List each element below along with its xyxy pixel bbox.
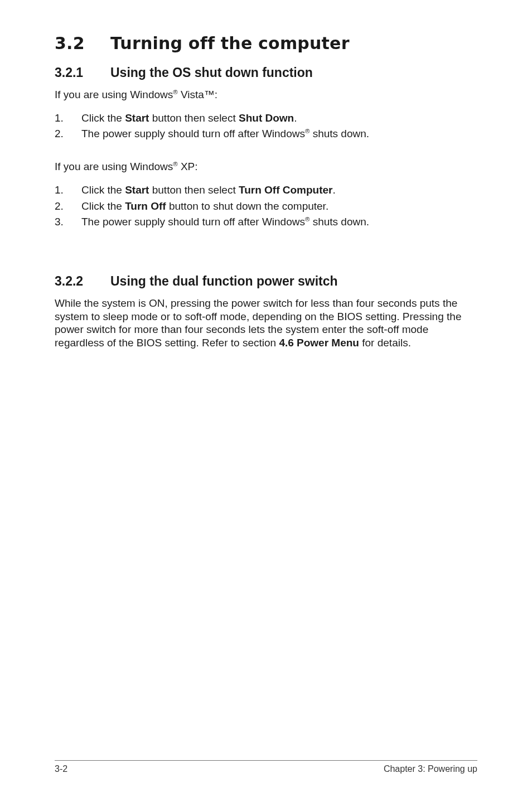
subsection-number: 3.2.1 <box>55 65 110 80</box>
subsection-heading: 3.2.2Using the dual function power switc… <box>55 274 477 289</box>
footer-rule <box>55 760 477 761</box>
page: 3.2Turning off the computer 3.2.1Using t… <box>0 0 532 802</box>
list-item: 2. The power supply should turn off afte… <box>55 127 477 141</box>
list-marker: 2. <box>55 127 81 141</box>
page-number: 3-2 <box>55 764 67 774</box>
steps-list-xp: 1. Click the Start button then select Tu… <box>55 183 477 229</box>
list-item: 1. Click the Start button then select Tu… <box>55 183 477 197</box>
section-title: Turning off the computer <box>110 33 350 53</box>
list-item-text: Click the Start button then select Turn … <box>81 183 477 197</box>
section-number: 3.2 <box>55 33 110 53</box>
section-heading: 3.2Turning off the computer <box>55 33 477 53</box>
list-marker: 3. <box>55 215 81 229</box>
list-item-text: The power supply should turn off after W… <box>81 215 477 229</box>
intro-paragraph-vista: If you are using Windows® Vista™: <box>55 88 477 102</box>
chapter-label: Chapter 3: Powering up <box>384 764 477 774</box>
list-marker: 2. <box>55 200 81 214</box>
subsection-heading: 3.2.1Using the OS shut down function <box>55 65 477 80</box>
list-item: 1. Click the Start button then select Sh… <box>55 112 477 125</box>
page-footer: 3-2 Chapter 3: Powering up <box>55 760 477 774</box>
intro-paragraph-xp: If you are using Windows® XP: <box>55 160 477 173</box>
body-paragraph: While the system is ON, pressing the pow… <box>55 297 477 350</box>
list-marker: 1. <box>55 183 81 197</box>
list-item-text: Click the Turn Off button to shut down t… <box>81 200 477 214</box>
subsection-title: Using the OS shut down function <box>110 65 313 80</box>
footer-row: 3-2 Chapter 3: Powering up <box>55 764 477 774</box>
spacer <box>55 248 477 270</box>
list-item-text: Click the Start button then select Shut … <box>81 112 477 125</box>
list-item: 3. The power supply should turn off afte… <box>55 215 477 229</box>
list-marker: 1. <box>55 112 81 125</box>
subsection-number: 3.2.2 <box>55 274 110 289</box>
steps-list-vista: 1. Click the Start button then select Sh… <box>55 112 477 141</box>
list-item: 2. Click the Turn Off button to shut dow… <box>55 200 477 214</box>
subsection-title: Using the dual function power switch <box>110 274 338 288</box>
list-item-text: The power supply should turn off after W… <box>81 127 477 141</box>
